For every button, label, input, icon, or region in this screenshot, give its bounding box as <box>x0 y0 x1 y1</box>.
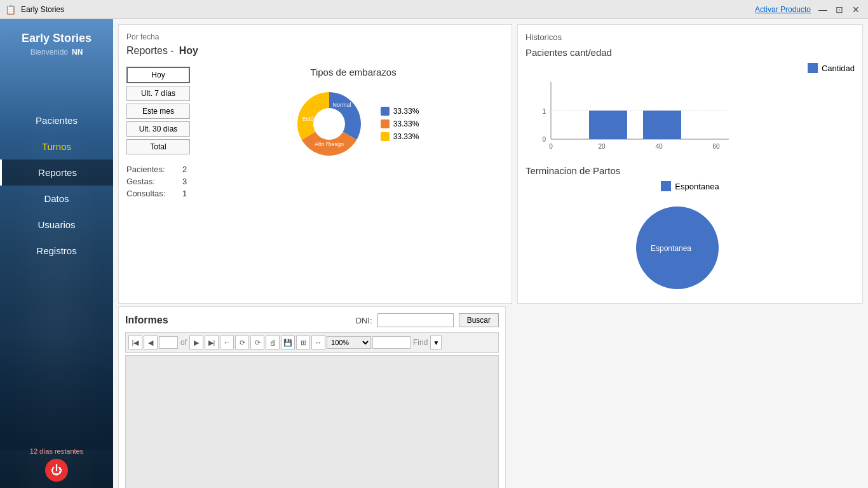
window-title: Early Stories <box>21 5 64 14</box>
label-normal: Normal <box>332 102 351 108</box>
last-page-button[interactable]: ▶| <box>205 336 219 349</box>
bottom-section: Informes DNI: Buscar |◀ ◀ of ▶ ▶| ← <box>113 306 868 488</box>
svg-text:0: 0 <box>542 136 546 143</box>
gestas-value: 3 <box>182 177 187 186</box>
find-dropdown[interactable]: ▼ <box>430 336 442 349</box>
sidebar-item-pacientes[interactable]: Pacientes <box>0 107 113 133</box>
refresh2-button[interactable]: ⟳ <box>250 336 264 349</box>
sidebar-item-registros[interactable]: Registros <box>0 238 113 264</box>
minimize-button[interactable]: — <box>816 3 830 17</box>
close-button[interactable]: ✕ <box>849 3 863 17</box>
filter-30dias[interactable]: Ult. 30 días <box>126 121 190 137</box>
reports-period: Hoy <box>179 45 198 57</box>
consultas-value: 1 <box>182 189 187 198</box>
bar-legend: Cantidad <box>526 63 855 73</box>
title-bar-right: Activar Producto — ⊡ ✕ <box>755 3 863 17</box>
sidebar-item-reportes[interactable]: Reportes <box>0 159 113 186</box>
donut-legend: 33.33% 33.33% 33.33% <box>381 107 419 141</box>
report-content <box>125 355 499 488</box>
app-container: Early Stories Bienvenido NN Pacientes Tu… <box>0 19 868 488</box>
bar-legend-dot <box>808 63 818 73</box>
legend-dot-ectopico <box>381 119 390 128</box>
bar-chart-section: Pacientes cant/edad Cantidad 0 1 <box>526 47 855 160</box>
pie-chart-section: Terminacion de Partos Espontanea Esponta… <box>526 165 855 295</box>
stats-pacientes: Pacientes: 2 <box>126 165 190 174</box>
gestas-label: Gestas: <box>126 177 177 186</box>
pie-chart-title: Terminacion de Partos <box>526 165 855 176</box>
pie-legend-dot <box>661 181 671 191</box>
days-remaining: 12 días restantes <box>30 447 83 455</box>
first-page-button[interactable]: |◀ <box>128 336 142 349</box>
donut-container: Normal Ectópico Alto Riesgo 33.33% <box>288 83 419 165</box>
filter-7dias[interactable]: Ult. 7 días <box>126 86 190 101</box>
informes-panel: Informes DNI: Buscar |◀ ◀ of ▶ ▶| ← <box>118 306 506 488</box>
window-controls: — ⊡ ✕ <box>816 3 863 17</box>
sidebar-item-usuarios[interactable]: Usuarios <box>0 212 113 238</box>
zoom-select[interactable]: 100% 75% 150% <box>327 336 371 349</box>
donut-chart-area: Tipos de embarazos <box>203 67 504 201</box>
donut-title: Tipos de embarazos <box>310 67 396 78</box>
historicos-panel: Historicos Pacientes cant/edad Cantidad <box>517 24 863 304</box>
pacientes-value: 2 <box>182 165 187 174</box>
filter-total[interactable]: Total <box>126 139 190 154</box>
stats-table: Pacientes: 2 Gestas: 3 Consultas: 1 <box>126 165 190 201</box>
of-label: of <box>179 338 188 347</box>
svg-text:1: 1 <box>542 108 546 115</box>
legend-altoriesgo: 33.33% <box>381 132 419 141</box>
filter-estemes[interactable]: Este mes <box>126 104 190 119</box>
bar-40 <box>643 111 681 139</box>
reports-title: Reportes - <box>126 45 174 57</box>
find-label: Find <box>412 338 429 347</box>
legend-normal-pct: 33.33% <box>393 107 419 116</box>
legend-ectopico-pct: 33.33% <box>393 119 419 128</box>
stats-gestas: Gestas: 3 <box>126 177 190 186</box>
print-button[interactable]: 🖨 <box>266 336 280 349</box>
refresh1-button[interactable]: ⟳ <box>235 336 249 349</box>
legend-dot-altoriesgo <box>381 132 390 141</box>
label-ectopico: Ectópico <box>302 116 324 122</box>
svg-text:40: 40 <box>655 143 663 150</box>
back-button[interactable]: ← <box>220 336 234 349</box>
buscar-button[interactable]: Buscar <box>459 313 499 327</box>
power-button[interactable]: ⏻ <box>45 459 68 482</box>
informes-title: Informes <box>125 315 168 326</box>
donut-hole <box>313 108 345 140</box>
dni-label: DNI: <box>356 316 372 325</box>
page-input[interactable] <box>159 336 178 349</box>
reports-panel: Por fecha Reportes - Hoy Hoy Ult. 7 días… <box>118 24 512 304</box>
sidebar-app-title: Early Stories <box>22 32 92 45</box>
next-page-button[interactable]: ▶ <box>189 336 203 349</box>
nav-items: Pacientes Turnos Reportes Datos Usuarios… <box>0 107 113 264</box>
layout-button[interactable]: ⊞ <box>296 336 310 349</box>
donut-chart-svg: Normal Ectópico Alto Riesgo <box>288 83 370 165</box>
section-label: Por fecha <box>126 32 504 41</box>
activate-link[interactable]: Activar Producto <box>755 5 811 14</box>
bar-20 <box>589 111 627 139</box>
main-content: Por fecha Reportes - Hoy Hoy Ult. 7 días… <box>113 19 868 488</box>
maximize-button[interactable]: ⊡ <box>832 3 846 17</box>
bar-legend-label: Cantidad <box>822 64 855 73</box>
welcome-section: Bienvenido NN <box>31 48 83 57</box>
legend-ectopico: 33.33% <box>381 119 419 128</box>
report-toolbar: |◀ ◀ of ▶ ▶| ← ⟳ ⟳ 🖨 💾 ⊞ ↔ 100% 75% <box>125 332 499 353</box>
label-altoriesgo: Alto Riesgo <box>315 141 344 147</box>
user-name: NN <box>72 48 83 57</box>
dni-input[interactable] <box>377 313 454 327</box>
pacientes-label: Pacientes: <box>126 165 177 174</box>
legend-altoriesgo-pct: 33.33% <box>393 132 419 141</box>
legend-dot-normal <box>381 107 390 116</box>
pie-legend: Espontanea <box>526 181 855 191</box>
filter-hoy[interactable]: Hoy <box>126 67 190 83</box>
pie-legend-label: Espontanea <box>675 182 719 191</box>
sidebar-content: Early Stories Bienvenido NN Pacientes Tu… <box>0 32 113 264</box>
filter-buttons: Hoy Ult. 7 días Este mes Ult. 30 días To… <box>126 67 190 154</box>
prev-page-button[interactable]: ◀ <box>144 336 158 349</box>
find-input[interactable] <box>372 336 410 349</box>
extra-button[interactable]: ↔ <box>311 336 325 349</box>
sidebar-item-datos[interactable]: Datos <box>0 186 113 212</box>
pie-label: Espontanea <box>651 244 691 253</box>
bar-chart-title: Pacientes cant/edad <box>526 47 855 58</box>
export-button[interactable]: 💾 <box>281 336 295 349</box>
welcome-label: Bienvenido <box>31 48 68 57</box>
sidebar-item-turnos[interactable]: Turnos <box>0 133 113 159</box>
